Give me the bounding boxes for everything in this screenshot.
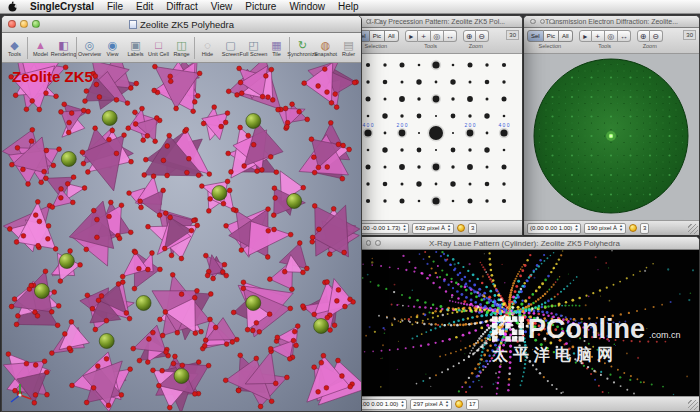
toolbar-ruler[interactable]: ▤Ruler xyxy=(337,34,360,62)
scale-field[interactable]: 632 pixel Å ▲▼ xyxy=(412,223,454,234)
menu-item-help[interactable]: Help xyxy=(338,1,359,12)
stepper-icon[interactable]: ▲▼ xyxy=(574,224,578,232)
ted-zoom-label: Zoom xyxy=(643,43,657,49)
precession-pattern: 4 0 02 0 02 0 04 0 0 xyxy=(350,54,522,220)
minimize-button[interactable] xyxy=(366,19,372,25)
main-window-title: Zeolite ZK5 Polyhedra xyxy=(2,19,361,30)
ted-segment-sel[interactable]: Sel xyxy=(527,30,544,42)
add-reflection-icon[interactable]: + xyxy=(418,30,431,42)
main-toolbar: ◆Tools▲Model◧Rendering◎Overview◉View▣Lab… xyxy=(2,33,361,63)
ted-titlebar[interactable]: Transmission Electron Diffraction: Zeoli… xyxy=(524,16,699,28)
minimize-button[interactable] xyxy=(366,240,372,246)
toolbar-overview[interactable]: ◎Overview xyxy=(78,34,101,62)
toolbar-screen[interactable]: ▢Screen xyxy=(219,34,242,62)
toolbar-tile[interactable]: ▦Tile xyxy=(265,34,288,62)
toolbar-tools[interactable]: ◆Tools xyxy=(3,34,26,62)
ted-zoom-group: ⊕⊖Zoom xyxy=(637,30,663,49)
menu-item-edit[interactable]: Edit xyxy=(136,1,153,12)
toolbar-range[interactable]: ◫Range xyxy=(170,34,193,62)
zoom-out-icon[interactable]: ⊖ xyxy=(476,30,489,42)
menu-item-diffract[interactable]: Diffract xyxy=(166,1,198,12)
scale-value: 297 pixel Å xyxy=(413,401,443,407)
resize-grip[interactable] xyxy=(688,224,698,234)
precession-corner-value[interactable]: 30 xyxy=(506,30,519,40)
zoom-in-icon[interactable]: ⊕ xyxy=(637,30,650,42)
stepper-icon[interactable]: ▲▼ xyxy=(447,224,451,232)
toolbar-label: Model xyxy=(33,51,48,57)
minimize-button[interactable] xyxy=(20,20,28,28)
zoom-button[interactable] xyxy=(549,19,555,25)
add-reflection-icon[interactable]: + xyxy=(592,30,605,42)
apple-menu[interactable] xyxy=(8,1,17,12)
zoom-button[interactable] xyxy=(32,20,40,28)
stepper-icon[interactable]: ▲▼ xyxy=(619,224,623,232)
menu-item-picture[interactable]: Picture xyxy=(245,1,276,12)
center-icon[interactable]: ◎ xyxy=(605,30,618,42)
toolbar-snapshot[interactable]: ◍Snapshot xyxy=(314,34,337,62)
scale-field[interactable]: 297 pixel Å ▲▼ xyxy=(410,399,452,410)
stepper-icon[interactable]: ▲▼ xyxy=(445,400,449,408)
center-icon[interactable]: ◎ xyxy=(431,30,444,42)
intensity-icon[interactable] xyxy=(455,400,463,408)
intensity-field[interactable]: 17 xyxy=(466,399,479,410)
measure-icon[interactable]: ↔ xyxy=(618,30,631,42)
stepper-icon[interactable]: ▲▼ xyxy=(402,224,406,232)
laue-canvas[interactable] xyxy=(350,250,699,396)
intensity-field[interactable]: 3 xyxy=(640,223,649,234)
zoom-out-icon[interactable]: ⊖ xyxy=(650,30,663,42)
resize-grip[interactable] xyxy=(688,400,698,410)
intensity-icon[interactable] xyxy=(457,224,465,232)
precession-window: X-Ray Precession Pattern: Zeolite ZK5 Po… xyxy=(349,15,523,236)
intensity-icon[interactable] xyxy=(629,224,637,232)
toolbar-model[interactable]: ▲Model xyxy=(29,34,52,62)
ted-window: Transmission Electron Diffraction: Zeoli… xyxy=(523,15,700,236)
view-icon: ◉ xyxy=(108,39,118,51)
precession-titlebar[interactable]: X-Ray Precession Pattern: Zeolite ZK5 Po… xyxy=(350,16,522,28)
scale-field[interactable]: 190 pixel Å ▲▼ xyxy=(584,223,626,234)
menu-app-name[interactable]: SingleCrystal xyxy=(30,1,94,12)
toolbar-unit-cell[interactable]: □Unit Cell xyxy=(147,34,170,62)
ted-segment-all[interactable]: All xyxy=(559,30,573,42)
crystal-viewport[interactable]: Zeolite ZK5 xyxy=(2,63,361,411)
toolbar-synchronize[interactable]: ↻Synchronize xyxy=(291,34,314,62)
precession-segment-pic[interactable]: Pic xyxy=(370,30,385,42)
range-icon: ◫ xyxy=(176,39,186,51)
close-button[interactable] xyxy=(8,20,16,28)
precession-canvas[interactable]: 4 0 02 0 02 0 04 0 0 xyxy=(350,54,522,220)
ted-canvas[interactable] xyxy=(524,54,699,220)
menu-item-file[interactable]: File xyxy=(107,1,123,12)
stepper-icon[interactable]: ▲▼ xyxy=(400,400,404,408)
toolbar-label: Unit Cell xyxy=(148,51,169,57)
intensity-field[interactable]: 3 xyxy=(468,223,477,234)
toolbar-labels[interactable]: ▣Labels xyxy=(124,34,147,62)
toolbar-rendering[interactable]: ◧Rendering xyxy=(52,34,75,62)
main-titlebar[interactable]: Zeolite ZK5 Polyhedra xyxy=(2,16,361,33)
ted-tools-group: ▸+◎↔Tools xyxy=(579,30,631,49)
ruler-icon: ▤ xyxy=(343,39,353,51)
menu-item-view[interactable]: View xyxy=(211,1,233,12)
zoom-button[interactable] xyxy=(375,19,381,25)
minimize-button[interactable] xyxy=(540,19,546,25)
ted-tools-label: Tools xyxy=(598,43,611,49)
precession-zoom-label: Zoom xyxy=(469,43,483,49)
measure-icon[interactable]: ↔ xyxy=(444,30,457,42)
menu-item-window[interactable]: Window xyxy=(289,1,325,12)
ted-corner-value[interactable]: 30 xyxy=(683,30,696,40)
toolbar-view[interactable]: ◉View xyxy=(101,34,124,62)
precession-tools-buttons: ▸+◎↔ xyxy=(405,30,457,42)
precession-segment-all[interactable]: All xyxy=(385,30,399,42)
zoom-in-icon[interactable]: ⊕ xyxy=(463,30,476,42)
ted-segment-pic[interactable]: Pic xyxy=(544,30,559,42)
svg-text:2 0 0: 2 0 0 xyxy=(396,122,407,128)
precession-selection-label: Selection xyxy=(365,43,388,49)
select-arrow-icon[interactable]: ▸ xyxy=(579,30,592,42)
toolbar-hide[interactable]: ◌Hide xyxy=(196,34,219,62)
svg-text:2 0 0: 2 0 0 xyxy=(464,122,475,128)
toolbar-full-screen[interactable]: ◰Full Screen xyxy=(242,34,265,62)
tools-icon: ◆ xyxy=(10,39,18,51)
zoom-button[interactable] xyxy=(375,240,381,246)
close-button[interactable] xyxy=(530,19,536,25)
select-arrow-icon[interactable]: ▸ xyxy=(405,30,418,42)
orientation-field[interactable]: (0.00 0.00 1.00) ▲▼ xyxy=(527,223,581,234)
laue-titlebar[interactable]: X-Ray Laue Pattern (Cylinder): Zeolite Z… xyxy=(350,237,699,250)
